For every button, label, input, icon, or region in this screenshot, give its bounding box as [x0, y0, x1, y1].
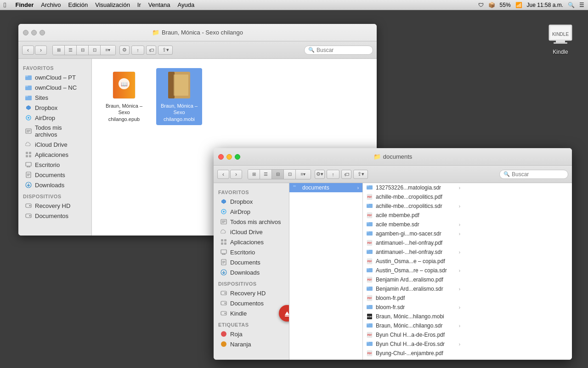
sidebar-item-dropbox[interactable]: Dropbox: [20, 103, 90, 113]
file-item-epub[interactable]: 📖 Braun, Mónica –Sexo chilango.epub: [101, 68, 147, 125]
file-row-14[interactable]: MOBI Braun, Mónic...hilango.mobi: [363, 312, 464, 321]
view-column-1[interactable]: ⊟: [77, 46, 89, 55]
allfiles-icon-2: [220, 218, 227, 225]
menubar-ayuda[interactable]: Ayuda: [178, 1, 195, 8]
maximize-btn-1[interactable]: [40, 30, 45, 35]
kindle-desktop-icon[interactable]: KINDLE Kindle: [547, 19, 574, 55]
view-cover-1[interactable]: ⊡: [89, 46, 101, 55]
sidebar-item-kindle-2[interactable]: Kindle: [215, 308, 287, 318]
file-row-6[interactable]: PDF antimanuel-...hel-onfray.pdf: [363, 238, 464, 247]
view-icon-1[interactable]: ⊞: [53, 46, 65, 55]
sidebar-item-icloud-2[interactable]: iCloud Drive: [215, 227, 287, 237]
forward-btn-1[interactable]: ›: [35, 46, 47, 55]
svg-text:PDF: PDF: [368, 278, 372, 281]
file-row-2[interactable]: achille-mbe...cropolitics.sdr ›: [363, 201, 464, 211]
sidebar-item-downloads-2[interactable]: Downloads: [215, 267, 287, 277]
tag-btn-2[interactable]: 🏷: [341, 170, 351, 179]
sidebar-item-downloads[interactable]: Downloads: [20, 180, 90, 190]
menubar-archivo[interactable]: Archivo: [41, 1, 61, 8]
search-box-2: 🔍: [499, 170, 568, 179]
menubar-edicion[interactable]: Edición: [68, 1, 88, 8]
kindle-label: Kindle: [553, 49, 568, 55]
sidebar-item-tag-orange[interactable]: Naranja: [215, 339, 287, 349]
forward-btn-2[interactable]: ›: [230, 170, 242, 179]
sidebar-item-airdrop[interactable]: AirDrop: [20, 113, 90, 123]
search-input-1[interactable]: [317, 47, 369, 53]
file-row-8[interactable]: PDF Austin_Osma...e – copia.pdf: [363, 257, 464, 266]
file-row-13[interactable]: bloom-fr.sdr ›: [363, 303, 464, 312]
sidebar-item-tag-red[interactable]: Roja: [215, 329, 287, 339]
view-group-2[interactable]: ≡▾: [296, 170, 311, 179]
menubar-list-icon[interactable]: ☰: [579, 2, 584, 8]
sidebar-item-owncloud-pt[interactable]: ownCloud – PT: [20, 72, 90, 82]
share-btn-1[interactable]: ↑: [131, 46, 144, 55]
share2-btn-2[interactable]: ⇪▾: [353, 170, 368, 179]
sidebar-item-allfiles[interactable]: Todos mis archivos: [20, 123, 90, 139]
file-row-15[interactable]: Braun, Mónic...chilango.sdr ›: [363, 321, 464, 330]
sidebar-item-desktop-2[interactable]: Escritorio: [215, 247, 287, 257]
file-row-10[interactable]: PDF Benjamin Ard...eralismo.pdf: [363, 275, 464, 284]
sidebar-item-airdrop-2[interactable]: AirDrop: [215, 207, 287, 217]
file-row-7[interactable]: antimanuel-...hel-onfray.sdr ›: [363, 247, 464, 257]
search-input-2[interactable]: [512, 171, 564, 178]
sidebar-label-airdrop-2: AirDrop: [230, 208, 250, 215]
file-row-17[interactable]: Byun Chul H...a-de-Eros.sdr ›: [363, 339, 464, 349]
file-row-11[interactable]: Benjamin Ard...eralismo.sdr ›: [363, 284, 464, 293]
menubar-visualizacion[interactable]: Visualización: [95, 1, 130, 8]
folder-small-5: [367, 230, 373, 237]
sidebar-item-apps[interactable]: Aplicaciones: [20, 150, 90, 160]
view-cover-2[interactable]: ⊡: [284, 170, 296, 179]
maximize-btn-2[interactable]: [235, 154, 240, 160]
file-row-1[interactable]: PDF achille-mbe...cropolitics.pdf: [363, 192, 464, 201]
file-row-18[interactable]: PDF Byung-Chul-...enjambre.pdf: [363, 349, 464, 358]
pdf-icon-1: PDF: [367, 194, 373, 200]
view-column-2[interactable]: ⊟: [272, 170, 284, 179]
file-row-0[interactable]: 132753226...matologia.sdr ›: [363, 183, 464, 192]
back-btn-2[interactable]: ‹: [217, 170, 229, 179]
back-btn-1[interactable]: ‹: [22, 46, 34, 55]
menubar-ir[interactable]: Ir: [137, 1, 141, 8]
file-name-9: Austin_Osma...re – copia.sdr: [376, 267, 447, 274]
sidebar-item-owncloud-nc[interactable]: ownCloud – NC: [20, 82, 90, 92]
file-item-mobi[interactable]: Braun, Mónica –Sexo chilango.mobi: [156, 68, 202, 125]
action-btn-1[interactable]: ⚙: [119, 46, 130, 55]
file-row-3[interactable]: PDF acile mbembe.pdf: [363, 211, 464, 220]
sidebar-item-sites[interactable]: Sites: [20, 92, 90, 103]
close-btn-1[interactable]: [23, 30, 28, 35]
file-row-5[interactable]: agamben-gi...mo-sacer.sdr ›: [363, 229, 464, 238]
minimize-btn-1[interactable]: [31, 30, 37, 35]
share-btn-2[interactable]: ↑: [327, 170, 339, 179]
close-btn-2[interactable]: [218, 154, 224, 160]
sidebar-item-recovery-hd[interactable]: Recovery HD: [20, 201, 90, 211]
view-list-2[interactable]: ☰: [260, 170, 272, 179]
minimize-btn-2[interactable]: [226, 154, 232, 160]
sidebar-item-icloud[interactable]: iCloud Drive: [20, 139, 90, 150]
column-item-documents[interactable]: documents ›: [289, 183, 362, 192]
sidebar-item-documentos[interactable]: Documentos: [20, 211, 90, 221]
apple-menu[interactable]: : [4, 1, 6, 9]
file-row-9[interactable]: Austin_Osma...re – copia.sdr ›: [363, 266, 464, 275]
share2-btn-1[interactable]: ⇪▾: [158, 46, 173, 55]
menubar-finder[interactable]: Finder: [15, 1, 34, 8]
file-row-4[interactable]: acile mbembe.sdr ›: [363, 220, 464, 229]
file-row-16[interactable]: PDF Byun Chul H...a-de-Eros.pdf: [363, 330, 464, 339]
sidebar-item-documentos-2[interactable]: Documentos: [215, 298, 287, 308]
sidebar-item-documents-2[interactable]: Documents: [215, 257, 287, 267]
sidebar-item-apps-2[interactable]: Aplicaciones: [215, 237, 287, 247]
action-btn-2[interactable]: ⚙▾: [315, 170, 325, 179]
sidebar-item-allfiles-2[interactable]: Todos mis archivos: [215, 217, 287, 227]
sidebar-item-desktop[interactable]: Escritorio: [20, 160, 90, 170]
file-row-12[interactable]: PDF bloom-fr.pdf: [363, 293, 464, 303]
menubar-search-icon[interactable]: 🔍: [568, 2, 575, 8]
tag-btn-1[interactable]: 🏷: [146, 46, 156, 55]
file-row-19[interactable]: Byung-Chul-...enjambre.sdr ›: [363, 358, 464, 360]
file-name-16: Byun Chul H...a-de-Eros.pdf: [376, 332, 445, 338]
menubar-ventana[interactable]: Ventana: [148, 1, 170, 8]
sidebar-item-recovery-2[interactable]: Recovery HD: [215, 288, 287, 298]
sidebar-label-kindle-2: Kindle: [230, 310, 247, 317]
view-group-1[interactable]: ≡▾: [101, 46, 115, 55]
view-icon-2[interactable]: ⊞: [248, 170, 260, 179]
sidebar-item-documents[interactable]: Documents: [20, 170, 90, 180]
sidebar-item-dropbox-2[interactable]: Dropbox: [215, 196, 287, 207]
view-list-1[interactable]: ☰: [65, 46, 77, 55]
